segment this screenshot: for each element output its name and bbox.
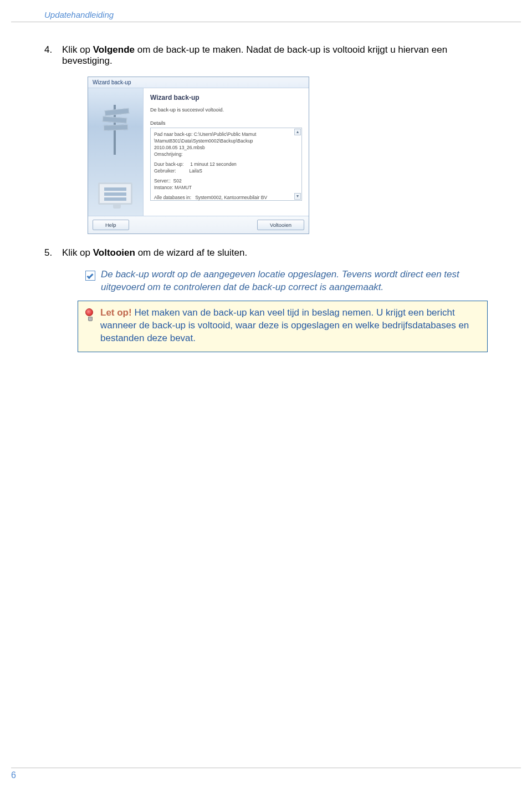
- step-4: 4. Klik op Volgende om de back-up te mak…: [44, 44, 488, 67]
- warning-box: Let op! Het maken van de back-up kan vee…: [78, 301, 488, 352]
- detail-databases: Alle databases in: System0002, Kantoorme…: [154, 195, 298, 201]
- monitor-icon: [98, 182, 132, 205]
- detail-label: Gebruiker:: [154, 168, 176, 174]
- page-number: 6: [11, 768, 521, 780]
- step-text-pre: Klik op: [62, 247, 93, 258]
- wizard-sidebar-image: [88, 88, 144, 216]
- detail-label: Alle databases in:: [154, 195, 191, 200]
- detail-server: Server:: S02: [154, 178, 298, 184]
- details-box: ▴ Pad naar back-up: C:\Users\Public\Publ…: [150, 128, 302, 201]
- signpost-icon: [99, 105, 130, 155]
- detail-user: Gebruiker: LailaS: [154, 168, 298, 174]
- detail-label: Duur back-up:: [154, 161, 183, 167]
- detail-line: Pad naar back-up: C:\Users\Public\Public…: [154, 131, 298, 138]
- detail-value: LailaS: [189, 168, 202, 174]
- wizard-heading: Wizard back-up: [150, 94, 302, 101]
- wizard-status: De back-up is succesvol voltooid.: [150, 107, 302, 113]
- scroll-up-icon[interactable]: ▴: [294, 129, 301, 135]
- step-text-pre: Klik op: [62, 44, 93, 55]
- step-number: 4.: [44, 44, 62, 67]
- warning-lead: Let op!: [100, 307, 132, 318]
- warning-bulb-icon: [85, 308, 95, 322]
- detail-value: S02: [173, 178, 182, 184]
- detail-label: Instance:: [154, 185, 173, 190]
- detail-value: MAMUT: [175, 185, 192, 190]
- detail-line: \Mamut8301\Data\System0002\Backup\Backup: [154, 138, 298, 144]
- wizard-titlebar: Wizard back-up: [88, 77, 309, 88]
- warning-text: Let op! Het maken van de back-up kan vee…: [100, 307, 479, 345]
- help-button[interactable]: Help: [93, 220, 129, 230]
- step-body: Klik op Volgende om de back-up te maken.…: [62, 44, 488, 67]
- detail-instance: Instance: MAMUT: [154, 185, 298, 191]
- scroll-down-icon[interactable]: ▾: [294, 193, 301, 200]
- detail-value: System0002, Kantoormeubilair BV: [195, 195, 267, 200]
- check-icon: [85, 271, 95, 281]
- detail-line: Omschrijving:: [154, 151, 298, 158]
- page-header: Updatehandleiding: [11, 0, 521, 22]
- detail-label: Server::: [154, 178, 171, 184]
- tip-text: De back-up wordt op de aangegeven locati…: [101, 268, 488, 294]
- step-text-post: om de wizard af te sluiten.: [135, 247, 247, 258]
- step-number: 5.: [44, 247, 62, 258]
- step-body: Klik op Voltooien om de wizard af te slu…: [62, 247, 488, 258]
- tip-note: De back-up wordt op de aangegeven locati…: [85, 268, 488, 294]
- wizard-window: Wizard back-up Wizard back-up De back-up…: [88, 77, 309, 234]
- warning-body: Het maken van de back-up kan veel tijd i…: [100, 307, 469, 343]
- detail-duration: Duur back-up: 1 minuut 12 seconden: [154, 161, 298, 167]
- step-text-bold: Volgende: [93, 44, 135, 55]
- detail-line: 2010.08.05 13_26.mbsb: [154, 145, 298, 151]
- details-label: Details: [150, 120, 302, 126]
- detail-value: 1 minuut 12 seconden: [190, 161, 237, 167]
- step-text-bold: Voltooien: [93, 247, 135, 258]
- step-5: 5. Klik op Voltooien om de wizard af te …: [44, 247, 488, 258]
- finish-button[interactable]: Voltooien: [257, 220, 304, 230]
